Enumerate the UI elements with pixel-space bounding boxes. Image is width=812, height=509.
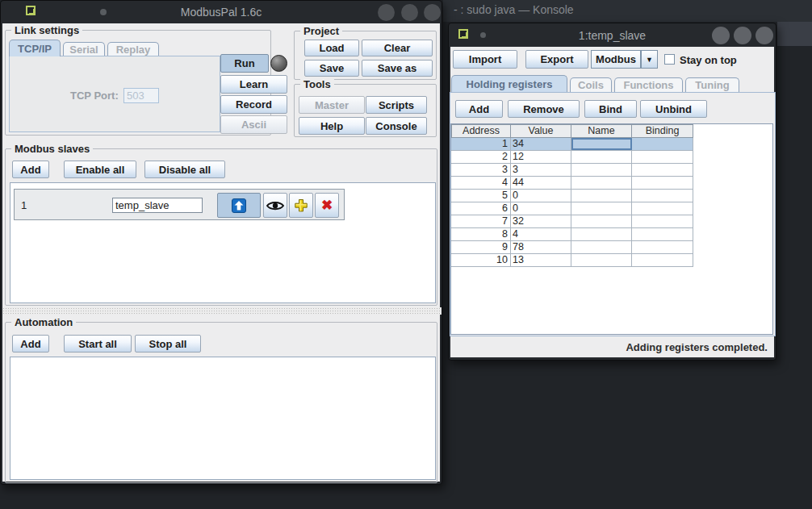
table-cell-name[interactable] <box>571 202 632 215</box>
table-cell-bind[interactable] <box>632 202 693 215</box>
tab-serial[interactable]: Serial <box>63 42 105 56</box>
window-control-button[interactable] <box>378 4 395 21</box>
table-cell-addr[interactable]: 4 <box>451 177 511 189</box>
window-control-button[interactable] <box>424 4 441 21</box>
run-button[interactable]: Run <box>220 54 269 73</box>
table-cell-val[interactable]: 12 <box>511 151 571 163</box>
window-control-button[interactable] <box>401 4 418 21</box>
table-cell-addr[interactable]: 9 <box>451 241 511 253</box>
register-add-button[interactable]: Add <box>455 100 503 118</box>
save-as-button[interactable]: Save as <box>362 60 433 77</box>
add-automation-button[interactable] <box>289 193 313 218</box>
table-cell-bind[interactable] <box>632 138 693 150</box>
table-cell-bind[interactable] <box>632 241 693 253</box>
register-remove-button[interactable]: Remove <box>508 100 580 118</box>
table-cell-bind[interactable] <box>632 254 693 266</box>
col-header-binding[interactable]: Binding <box>632 124 693 138</box>
table-row[interactable]: 444 <box>451 177 693 190</box>
tab-replay[interactable]: Replay <box>107 42 159 56</box>
table-row[interactable]: 50 <box>451 190 693 202</box>
table-cell-addr[interactable]: 8 <box>451 228 511 240</box>
table-cell-addr[interactable]: 2 <box>451 151 511 163</box>
tab-tcpip[interactable]: TCP/IP <box>9 40 61 56</box>
stay-on-top-checkbox[interactable] <box>664 54 675 65</box>
table-cell-val[interactable]: 4 <box>511 228 571 240</box>
table-cell-name[interactable] <box>571 254 632 266</box>
master-button[interactable]: Master <box>299 96 365 114</box>
scripts-button[interactable]: Scripts <box>366 96 427 114</box>
col-header-address[interactable]: Address <box>451 124 511 138</box>
col-header-name[interactable]: Name <box>571 124 632 138</box>
register-unbind-button[interactable]: Unbind <box>640 100 707 118</box>
registers-table[interactable]: Address Value Name Binding 1342123344450… <box>450 123 773 335</box>
table-cell-name[interactable] <box>571 151 632 163</box>
table-row[interactable]: 978 <box>451 241 693 254</box>
table-cell-name[interactable] <box>571 215 632 227</box>
enable-all-button[interactable]: Enable all <box>64 161 136 178</box>
table-row[interactable]: 134 <box>451 138 693 151</box>
table-cell-bind[interactable] <box>632 215 693 227</box>
window-control-button[interactable] <box>734 27 751 44</box>
modbuspal-titlebar[interactable]: ModbusPal 1.6c <box>1 1 442 23</box>
table-row[interactable]: 732 <box>451 215 693 228</box>
slave-add-button[interactable]: Add <box>12 161 49 178</box>
table-row[interactable]: 60 <box>451 202 693 215</box>
table-cell-addr[interactable]: 3 <box>451 164 511 176</box>
table-cell-name[interactable] <box>571 177 632 189</box>
show-slave-panel-button[interactable] <box>217 193 261 218</box>
splitpane-divider[interactable] <box>2 307 442 315</box>
clear-button[interactable]: Clear <box>362 40 433 56</box>
modbus-mode-select[interactable]: Modbus <box>591 50 641 69</box>
table-cell-addr[interactable]: 5 <box>451 190 511 202</box>
slave-name-input[interactable] <box>112 198 203 213</box>
table-row[interactable]: 33 <box>451 164 693 177</box>
table-cell-val[interactable]: 0 <box>511 190 571 202</box>
automation-add-button[interactable]: Add <box>12 335 49 353</box>
slave-editor-titlebar[interactable]: 1:temp_slave <box>449 23 776 47</box>
start-all-button[interactable]: Start all <box>64 335 132 353</box>
load-button[interactable]: Load <box>304 40 359 56</box>
export-button[interactable]: Export <box>525 50 588 69</box>
table-cell-val[interactable]: 32 <box>511 215 571 227</box>
import-button[interactable]: Import <box>453 50 517 69</box>
ascii-button[interactable]: Ascii <box>220 115 287 134</box>
table-cell-addr[interactable]: 7 <box>451 215 511 227</box>
table-cell-bind[interactable] <box>632 177 693 189</box>
window-control-button[interactable] <box>755 27 773 44</box>
table-cell-addr[interactable]: 1 <box>451 138 511 150</box>
table-cell-val[interactable]: 0 <box>511 202 571 215</box>
stop-all-button[interactable]: Stop all <box>135 335 201 353</box>
slave-row[interactable]: 1 <box>14 189 345 220</box>
table-cell-name[interactable] <box>571 138 632 150</box>
table-row[interactable]: 212 <box>451 151 693 164</box>
tab-holding-registers[interactable]: Holding registers <box>451 75 567 92</box>
table-cell-addr[interactable]: 6 <box>451 202 511 215</box>
toggle-visibility-button[interactable] <box>263 193 287 218</box>
delete-slave-button[interactable]: ✖ <box>315 193 339 218</box>
table-cell-addr[interactable]: 10 <box>451 254 511 266</box>
tab-coils[interactable]: Coils <box>570 77 612 92</box>
table-cell-val[interactable]: 3 <box>511 164 571 176</box>
chevron-down-icon[interactable]: ▼ <box>641 50 658 69</box>
console-button[interactable]: Console <box>366 117 427 135</box>
table-row[interactable]: 1013 <box>451 254 693 267</box>
learn-button[interactable]: Learn <box>220 75 287 94</box>
window-control-button[interactable] <box>712 27 730 44</box>
table-cell-bind[interactable] <box>632 228 693 240</box>
table-cell-name[interactable] <box>571 241 632 253</box>
table-cell-bind[interactable] <box>632 164 693 176</box>
disable-all-button[interactable]: Disable all <box>144 161 225 178</box>
register-bind-button[interactable]: Bind <box>584 100 637 118</box>
table-cell-name[interactable] <box>571 190 632 202</box>
help-button[interactable]: Help <box>299 117 365 135</box>
save-button[interactable]: Save <box>304 60 359 77</box>
tab-tuning[interactable]: Tuning <box>685 77 739 92</box>
table-cell-bind[interactable] <box>632 190 693 202</box>
col-header-value[interactable]: Value <box>511 124 571 138</box>
table-row[interactable]: 84 <box>451 228 693 241</box>
table-cell-name[interactable] <box>571 164 632 176</box>
table-cell-bind[interactable] <box>632 151 693 163</box>
tab-functions[interactable]: Functions <box>614 77 683 92</box>
table-cell-name[interactable] <box>571 228 632 240</box>
table-cell-val[interactable]: 78 <box>511 241 571 253</box>
